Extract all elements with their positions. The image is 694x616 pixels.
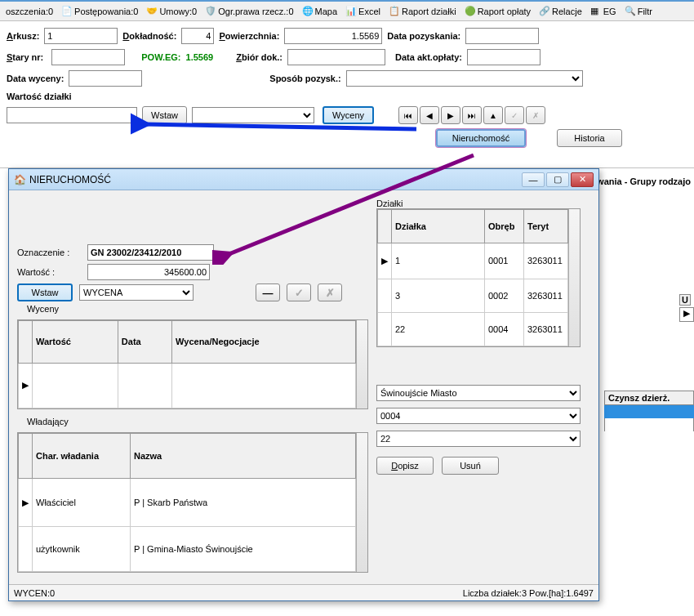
tb-relacje[interactable]: 🔗Relacje xyxy=(536,4,585,19)
tb-umowy[interactable]: 🤝Umowy:0 xyxy=(144,4,199,19)
relations-icon: 🔗 xyxy=(539,6,550,17)
tb-postepowania[interactable]: 📄Postępowania:0 xyxy=(59,4,140,19)
doc-icon: 📄 xyxy=(61,6,73,17)
wyceny-button[interactable]: Wyceny xyxy=(323,106,374,124)
dopisz-button[interactable]: Dopisz xyxy=(376,457,434,475)
historia-button[interactable]: Historia xyxy=(557,129,622,147)
sposob-pozysk-select[interactable] xyxy=(346,70,583,87)
wyceny-cursor-col xyxy=(19,321,33,364)
tb-filtr[interactable]: 🔍Filtr xyxy=(622,4,655,19)
combo-miasto[interactable]: Świnoujście Miasto xyxy=(376,385,581,401)
cancel-button[interactable]: ✗ xyxy=(318,283,342,301)
table-row[interactable]: użytkownik P | Gmina-Miasto Świnoujście xyxy=(19,526,356,571)
label-sposob-pozysk: Sposób pozysk.: xyxy=(269,74,340,83)
toolbar-text: Ogr.prawa rzecz.:0 xyxy=(218,7,293,16)
app-icon: 🏠 xyxy=(14,174,26,185)
nav-next[interactable]: ▶ xyxy=(441,106,460,124)
nav-check[interactable]: ✓ xyxy=(505,106,524,124)
data-pozyskania-input[interactable] xyxy=(465,28,539,44)
dialog-statusbar: WYCEN:0 Liczba działek:3 Pow.[ha]:1.6497 xyxy=(9,584,598,600)
label-powierzchnia: Powierzchnia: xyxy=(219,31,279,41)
nav-first[interactable]: ⏮ xyxy=(398,106,418,124)
wyceny-empty-row: ▶ xyxy=(19,363,356,408)
shield-icon: 🛡️ xyxy=(205,6,216,17)
wladajacy-h-nazwa[interactable]: Nazwa xyxy=(131,434,356,479)
toolbar-text: oszczenia:0 xyxy=(6,7,53,16)
dokladnosc-input[interactable] xyxy=(181,28,214,44)
combo-obreb[interactable]: 0004 xyxy=(376,408,581,424)
u-cursor: ▶ xyxy=(679,307,694,322)
czynsz-selected-row[interactable] xyxy=(604,405,694,418)
toolbar-text: Excel xyxy=(358,7,380,16)
excel-icon: 📊 xyxy=(345,6,357,17)
nieruchomosc-button[interactable]: Nieruchomość xyxy=(436,129,526,147)
combo-dzialka[interactable]: 22 xyxy=(376,431,581,447)
dialog-titlebar[interactable]: 🏠 NIERUCHOMOŚĆ — ▢ ✕ xyxy=(9,169,598,190)
dialog-title: NIERUCHOMOŚĆ xyxy=(29,174,111,185)
main-form: Arkusz: Dokładność: Powierzchnia: Data p… xyxy=(0,21,694,168)
dzialki-panel-title: Działki xyxy=(376,199,403,208)
tb-mapa[interactable]: 🌐Mapa xyxy=(300,4,340,19)
table-row[interactable]: 2200043263011 xyxy=(378,312,568,346)
data-wyceny-input[interactable] xyxy=(69,70,142,87)
nav-prev[interactable]: ◀ xyxy=(420,106,439,124)
table-row[interactable]: 300023263011 xyxy=(378,279,568,312)
globe-icon: 🌐 xyxy=(302,6,314,17)
wladajacy-panel-title: Władający xyxy=(24,417,72,426)
maximize-button[interactable]: ▢ xyxy=(546,172,569,187)
tb-raport-dzialki[interactable]: 📋Raport działki xyxy=(386,4,459,19)
wyceny-h-wartosc[interactable]: Wartość xyxy=(33,321,118,364)
tb-eg[interactable]: ▦EG xyxy=(588,4,619,19)
dzialki-h-teryt[interactable]: Teryt xyxy=(524,210,568,243)
tb-ogr[interactable]: 🛡️Ogr.prawa rzecz.:0 xyxy=(202,4,296,19)
dzialki-scrollbar[interactable] xyxy=(568,209,580,346)
wartosc-input[interactable] xyxy=(87,264,210,280)
wstaw-button[interactable]: Wstaw xyxy=(142,106,187,124)
check-button[interactable]: ✓ xyxy=(287,283,311,301)
stary-nr-input[interactable] xyxy=(51,49,125,65)
label-wartosc-dzialki: Wartość działki xyxy=(7,92,72,101)
wladajacy-cursor-col xyxy=(19,434,33,479)
nav-up[interactable]: ▲ xyxy=(483,106,503,124)
zbior-dok-input[interactable] xyxy=(287,49,385,65)
close-button[interactable]: ✕ xyxy=(571,172,594,187)
dzialki-h-dzialka[interactable]: Działka xyxy=(392,210,485,243)
minimize-button[interactable]: — xyxy=(522,172,545,187)
toolbar-text: Filtr xyxy=(638,7,652,16)
label-pow-eg: POW.EG: xyxy=(141,52,180,62)
label-data-akt: Data akt.opłaty: xyxy=(395,52,462,62)
wycena-combo[interactable]: WYCENA xyxy=(79,284,194,301)
wartosc-dzialki-input[interactable] xyxy=(7,107,137,123)
toolbar-text: Raport opłaty xyxy=(478,7,531,16)
oznaczenie-input[interactable] xyxy=(87,244,214,261)
label-stary-nr: Stary nr: xyxy=(7,52,43,62)
wartosc-combo[interactable] xyxy=(192,107,314,123)
tb-raport-oplaty[interactable]: 🟢Raport opłaty xyxy=(462,4,533,19)
tb-roszczenia[interactable]: oszczenia:0 xyxy=(3,5,56,18)
wyceny-h-wyn[interactable]: Wycena/Negocjacje xyxy=(172,321,356,364)
grid-icon: ▦ xyxy=(590,6,602,17)
czynsz-header: Czynsz dzierż. xyxy=(604,391,694,405)
table-row[interactable]: ▶100013263011 xyxy=(378,243,568,279)
dlg-wstaw-button[interactable]: Wstaw xyxy=(17,283,73,301)
wladajacy-h-char[interactable]: Char. władania xyxy=(33,434,131,479)
top-toolbar: oszczenia:0 📄Postępowania:0 🤝Umowy:0 🛡️O… xyxy=(0,0,694,21)
status-wycen: WYCEN:0 xyxy=(14,588,55,598)
wyceny-h-data[interactable]: Data xyxy=(118,321,171,364)
minus-button[interactable]: — xyxy=(256,283,280,301)
toolbar-text: Raport działki xyxy=(402,7,456,16)
wyceny-scrollbar[interactable] xyxy=(356,320,367,408)
arkusz-input[interactable] xyxy=(44,28,118,44)
report-fee-icon: 🟢 xyxy=(465,6,476,17)
dzialki-h-obreb[interactable]: Obręb xyxy=(485,210,524,243)
nav-buttons: ⏮ ◀ ▶ ⏭ ▲ ✓ ✗ xyxy=(398,106,545,124)
data-akt-input[interactable] xyxy=(467,49,541,65)
nav-cancel[interactable]: ✗ xyxy=(526,106,545,124)
table-row[interactable]: ▶ Właściciel P | Skarb Państwa xyxy=(19,479,356,527)
powierzchnia-input[interactable] xyxy=(284,28,382,44)
wladajacy-scrollbar[interactable] xyxy=(356,433,367,572)
label-dokladnosc: Dokładność: xyxy=(122,31,176,41)
nav-last[interactable]: ⏭ xyxy=(462,106,482,124)
tb-excel[interactable]: 📊Excel xyxy=(343,4,383,19)
usun-button[interactable]: Usuń xyxy=(442,457,499,475)
